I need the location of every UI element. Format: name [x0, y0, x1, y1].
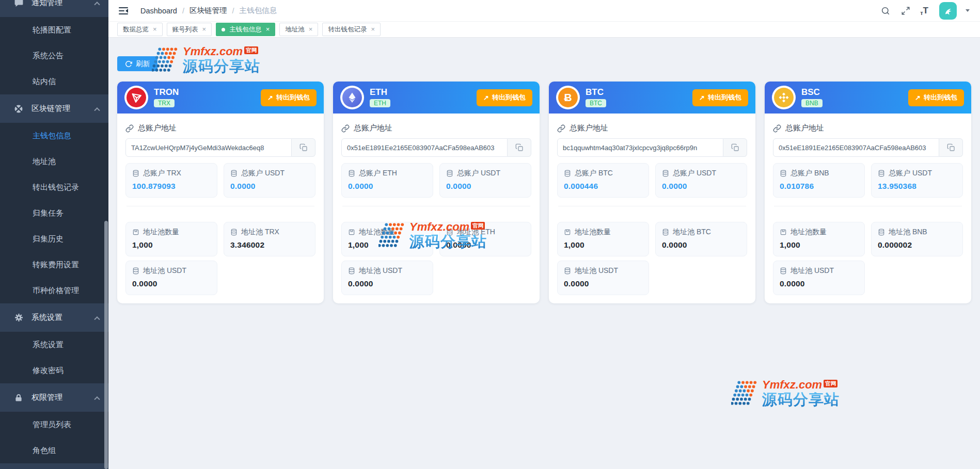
stat-value: 1,000: [348, 240, 426, 250]
sidebar-group-permissions[interactable]: 权限管理: [0, 383, 108, 412]
stat-value: 3.346002: [230, 240, 309, 250]
wallet-card-btc: Ƀ BTC BTC 转出到钱包 总账户地址: [549, 82, 755, 303]
tab-data-overview[interactable]: 数据总览: [117, 23, 163, 36]
tab-close-icon[interactable]: [153, 26, 157, 33]
database-icon: [564, 267, 571, 274]
tab-main-wallet-info[interactable]: 主钱包信息: [216, 23, 275, 36]
stat-card: 地址池 USDT 0.0000: [125, 261, 217, 295]
database-icon: [564, 170, 571, 177]
stat-value: 0.0000: [230, 182, 309, 191]
card-body: 总账户地址 总账户 BNB 0.010786: [765, 114, 971, 303]
sidebar-item-coin-price-management[interactable]: 币种价格管理: [0, 278, 108, 303]
sidebar-item-collection-tasks[interactable]: 归集任务: [0, 200, 108, 226]
sidebar-scrollbar[interactable]: [104, 221, 108, 469]
copy-address-button[interactable]: [939, 138, 963, 157]
sidebar-group-blockchain[interactable]: 区块链管理: [0, 94, 108, 123]
sidebar: 通知管理 轮播图配置 系统公告 站内信 区块链管理 主钱包信息 地址池 转出钱包…: [0, 0, 108, 469]
tab-close-icon[interactable]: [309, 26, 313, 33]
database-icon: [132, 170, 139, 177]
eth-logo-icon: [340, 86, 364, 109]
sidebar-item-main-wallet-info[interactable]: 主钱包信息: [0, 123, 108, 149]
sidebar-item-collection-history[interactable]: 归集历史: [0, 226, 108, 252]
search-icon[interactable]: [880, 5, 891, 17]
tab-close-icon[interactable]: [202, 26, 207, 33]
database-icon: [230, 170, 238, 177]
tab-close-icon[interactable]: [266, 26, 270, 33]
sidebar-group-partial[interactable]: [0, 463, 108, 469]
breadcrumb-dashboard[interactable]: Dashboard: [140, 7, 177, 15]
sidebar-item-admin-list[interactable]: 管理员列表: [0, 412, 108, 438]
card-header: TRON TRX 转出到钱包: [117, 82, 324, 114]
arrow-up-right-icon: [483, 94, 489, 102]
stat-card: 地址池 USDT 0.0000: [341, 261, 433, 295]
breadcrumb-blockchain[interactable]: 区块链管理: [189, 6, 227, 15]
user-avatar[interactable]: [939, 2, 957, 20]
pool-count-icon: [132, 229, 139, 236]
stat-card: 总账户 BTC 0.000446: [557, 163, 649, 198]
content-area: 刷新 TRON TRX 转出到钱包: [108, 38, 980, 469]
sidebar-item-transfer-out-records[interactable]: 转出钱包记录: [0, 174, 108, 200]
watermark-badge: 官网: [244, 46, 258, 54]
sidebar-item-change-password[interactable]: 修改密码: [0, 358, 108, 383]
database-icon: [348, 170, 355, 177]
comment-icon: [13, 0, 24, 8]
link-icon: [773, 124, 781, 133]
card-body: 总账户地址 总账户 ETH 0.0000: [333, 114, 540, 303]
sidebar-item-system-settings[interactable]: 系统设置: [0, 332, 108, 358]
tab-close-icon[interactable]: [371, 26, 375, 33]
stat-value: 0.0000: [446, 182, 525, 191]
stat-card: 地址池 BTC 0.0000: [655, 222, 747, 256]
sidebar-collapse-icon[interactable]: [119, 7, 128, 14]
sidebar-group-notifications[interactable]: 通知管理: [0, 0, 108, 17]
sidebar-item-address-pool[interactable]: 地址池: [0, 149, 108, 174]
refresh-button[interactable]: 刷新: [117, 56, 157, 71]
watermark-site: Ymfxz.com: [183, 46, 243, 57]
watermark-logo: Ymfxz.com官网 源码分享站: [152, 46, 260, 74]
tab-transfer-out-records[interactable]: 转出钱包记录: [322, 23, 381, 36]
transfer-to-wallet-button[interactable]: 转出到钱包: [477, 89, 532, 106]
stat-card: 总账户 USDT 0.0000: [439, 163, 531, 198]
sidebar-item-transfer-fee-settings[interactable]: 转账费用设置: [0, 252, 108, 278]
stat-value: 100.879093: [132, 182, 211, 191]
chevron-up-icon: [94, 316, 100, 322]
top-actions: [880, 2, 970, 20]
account-address-input[interactable]: [125, 138, 292, 157]
sidebar-group-system-settings[interactable]: 系统设置: [0, 303, 108, 332]
font-size-icon[interactable]: [920, 6, 928, 16]
database-icon: [662, 229, 669, 236]
stat-card: 地址池 USDT 0.0000: [557, 261, 649, 295]
sidebar-item-system-announcement[interactable]: 系统公告: [0, 43, 108, 69]
sidebar-group-label: 区块链管理: [31, 104, 70, 114]
stat-card: 总账户 TRX 100.879093: [125, 163, 217, 198]
stat-value: 0.0000: [132, 279, 211, 288]
blockchain-icon: [13, 104, 24, 114]
wallet-card-bsc: BSC BNB 转出到钱包 总账户地址: [765, 82, 971, 303]
fullscreen-icon[interactable]: [900, 5, 911, 17]
copy-address-button[interactable]: [723, 138, 747, 157]
sidebar-item-role-group[interactable]: 角色组: [0, 438, 108, 463]
wallet-card-tron: TRON TRX 转出到钱包 总账户地址: [117, 82, 324, 303]
coin-symbol-badge: ETH: [370, 99, 390, 107]
stat-card: 地址池 BNB 0.000002: [871, 222, 963, 256]
stat-value: 0.0000: [348, 182, 426, 191]
divider: [342, 206, 530, 206]
sidebar-item-carousel-config[interactable]: 轮播图配置: [0, 17, 108, 43]
transfer-to-wallet-button[interactable]: 转出到钱包: [692, 89, 748, 106]
account-address-input[interactable]: [341, 138, 508, 157]
coin-symbol-badge: TRX: [154, 99, 175, 107]
user-menu-caret-icon[interactable]: [966, 9, 970, 12]
stat-value: 0.0000: [348, 279, 426, 288]
transfer-to-wallet-button[interactable]: 转出到钱包: [908, 89, 964, 106]
tab-address-pool[interactable]: 地址池: [279, 23, 318, 36]
transfer-to-wallet-button[interactable]: 转出到钱包: [261, 89, 317, 106]
copy-address-button[interactable]: [508, 138, 531, 157]
sidebar-item-site-message[interactable]: 站内信: [0, 69, 108, 94]
copy-address-button[interactable]: [292, 138, 315, 157]
stat-card: 总账户 USDT 0.0000: [655, 163, 747, 198]
tab-account-list[interactable]: 账号列表: [167, 23, 212, 36]
card-header: ETH ETH 转出到钱包: [333, 82, 540, 114]
account-address-input[interactable]: [773, 138, 939, 157]
account-address-input[interactable]: [557, 138, 723, 157]
arrow-up-right-icon: [915, 94, 921, 102]
account-address-label: 总账户地址: [773, 123, 963, 133]
